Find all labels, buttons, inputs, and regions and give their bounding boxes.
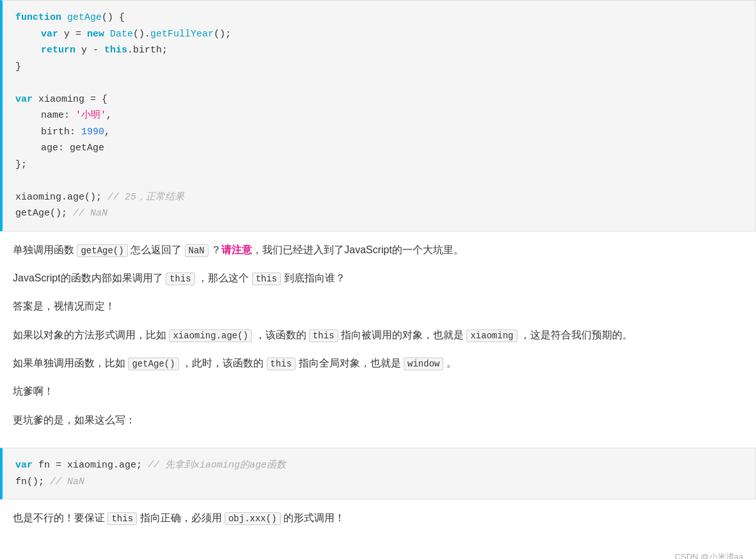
paragraph-1: 单独调用函数 getAge() 怎么返回了 NaN ？请注意，我们已经进入到了J… <box>13 240 743 260</box>
code-line <box>15 75 743 91</box>
inline-code-this2: this <box>252 272 281 285</box>
code-line: getAge(); // NaN <box>15 205 743 222</box>
page-wrapper: function getAge() { var y = new Date().g… <box>0 0 756 559</box>
code-line: name: '小明', <box>15 107 743 124</box>
code-line <box>15 173 743 189</box>
inline-code-getAge: getAge() <box>77 244 127 257</box>
code-line: age: getAge <box>15 140 743 157</box>
inline-code-xiaoming: xiaoming <box>466 329 517 342</box>
paragraph-7: 更坑爹的是，如果这么写： <box>13 411 743 430</box>
inline-code-this3: this <box>309 329 338 342</box>
paragraph-3: 答案是，视情况而定！ <box>13 297 743 316</box>
code-line: }; <box>15 157 743 173</box>
code-line: var fn = xiaoming.age; // 先拿到xiaoming的ag… <box>15 457 743 474</box>
code-line: return y - this.birth; <box>15 42 743 59</box>
content-area: 单独调用函数 getAge() 怎么返回了 NaN ？请注意，我们已经进入到了J… <box>0 232 756 448</box>
code-line: fn(); // NaN <box>15 474 743 491</box>
paragraph-2: JavaScript的函数内部如果调用了 this ，那么这个 this 到底指… <box>13 269 743 288</box>
code-line: birth: 1990, <box>15 124 743 141</box>
code-line: } <box>15 59 743 75</box>
code-block-1: function getAge() { var y = new Date().g… <box>0 0 756 232</box>
code-line: var xiaoming = { <box>15 91 743 108</box>
code-line: var y = new Date().getFullYear(); <box>15 26 743 43</box>
inline-code-window: window <box>404 358 443 370</box>
paragraph-8: 也是不行的！要保证 this 指向正确，必须用 obj.xxx() 的形式调用！ <box>13 508 743 528</box>
inline-code-getage2: getAge() <box>128 358 178 370</box>
code-line: xiaoming.age(); // 25，正常结果 <box>15 189 743 206</box>
inline-code-this5: this <box>107 512 137 525</box>
brand-text: CSDN @小米渣aa <box>675 552 743 559</box>
inline-code-obj-xxx: obj.xxx() <box>224 512 281 525</box>
paragraph-5: 如果单独调用函数，比如 getAge() ，此时，该函数的 this 指向全局对… <box>13 354 743 373</box>
code-block-2: var fn = xiaoming.age; // 先拿到xiaoming的ag… <box>0 448 756 500</box>
inline-code-nan: NaN <box>185 244 209 257</box>
inline-code-this4: this <box>267 358 296 370</box>
code-line: function getAge() { <box>15 10 743 26</box>
paragraph-4: 如果以对象的方法形式调用，比如 xiaoming.age() ，该函数的 thi… <box>13 326 743 345</box>
inline-code-this1: this <box>166 272 195 285</box>
highlight-notice: 请注意 <box>221 244 252 255</box>
paragraph-6: 坑爹啊！ <box>13 382 743 401</box>
content-area-footer: 也是不行的！要保证 this 指向正确，必须用 obj.xxx() 的形式调用！ <box>0 500 756 546</box>
inline-code-xiaoming-age: xiaoming.age() <box>169 329 252 342</box>
footer-brand: CSDN @小米渣aa <box>0 546 756 559</box>
